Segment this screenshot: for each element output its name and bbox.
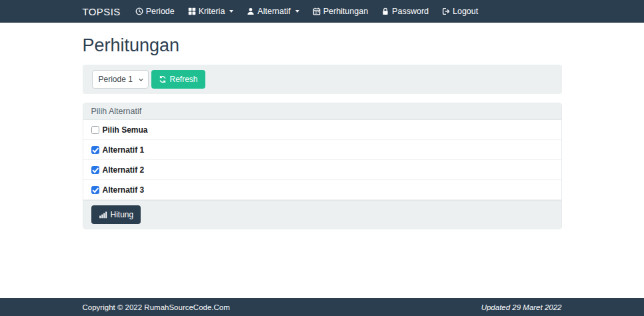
row-alternatif-3[interactable]: Alternatif 3: [83, 180, 561, 200]
alternatif-1-checkbox[interactable]: [91, 146, 99, 154]
alternatif-2-checkbox[interactable]: [91, 166, 99, 174]
clock-icon: [135, 7, 143, 15]
periode-select-wrap: Periode 1: [92, 70, 149, 89]
footer-container: Copyright © 2022 RumahSourceCode.Com Upd…: [83, 303, 562, 311]
caret-down-icon: [295, 10, 299, 13]
hitung-label: Hitung: [111, 210, 134, 219]
copyright-text: Copyright © 2022 RumahSourceCode.Com: [83, 303, 230, 311]
pilih-alternatif-panel: Pilih Alternatif Pilih Semua Alternatif …: [83, 103, 562, 229]
navbar-container: TOPSIS Periode Kriteria Alternatif Perhi…: [83, 0, 562, 23]
nav-item-password[interactable]: Password: [375, 0, 435, 23]
main-content: Perhitungan Periode 1 Refresh Pilih Alte…: [83, 35, 562, 229]
alternatif-3-checkbox[interactable]: [91, 186, 99, 194]
periode-select[interactable]: Periode 1: [92, 70, 149, 89]
refresh-icon: [159, 75, 167, 83]
panel-footer: Hitung: [83, 200, 561, 229]
navbar: TOPSIS Periode Kriteria Alternatif Perhi…: [0, 0, 644, 23]
nav-item-label: Logout: [453, 7, 478, 16]
calendar-icon: [313, 7, 321, 15]
row-alternatif-2[interactable]: Alternatif 2: [83, 160, 561, 180]
updated-text: Updated 29 Maret 2022: [481, 303, 562, 311]
grid-icon: [188, 7, 196, 15]
nav-item-label: Alternatif: [257, 7, 290, 16]
panel-heading-label: Pilih Alternatif: [91, 107, 142, 116]
panel-heading: Pilih Alternatif: [83, 103, 561, 120]
periode-filter-panel: Periode 1 Refresh: [83, 65, 562, 94]
row-pilih-semua[interactable]: Pilih Semua: [83, 120, 561, 140]
logout-icon: [442, 7, 450, 15]
bar-chart-icon: [99, 211, 107, 219]
checkbox-label: Alternatif 3: [103, 185, 145, 195]
hitung-button[interactable]: Hitung: [91, 205, 141, 224]
nav-item-kriteria[interactable]: Kriteria: [181, 0, 241, 23]
nav-item-label: Periode: [146, 7, 175, 16]
checkbox-label: Pilih Semua: [103, 125, 148, 135]
pilih-semua-checkbox[interactable]: [91, 126, 99, 134]
page-title: Perhitungan: [83, 35, 562, 56]
caret-down-icon: [229, 10, 233, 13]
refresh-label: Refresh: [170, 75, 198, 84]
nav-item-alternatif[interactable]: Alternatif: [240, 0, 305, 23]
checkbox-label: Alternatif 1: [103, 145, 145, 155]
nav-item-logout[interactable]: Logout: [435, 0, 485, 23]
brand-topsis[interactable]: TOPSIS: [83, 6, 121, 17]
footer: Copyright © 2022 RumahSourceCode.Com Upd…: [0, 298, 644, 316]
checkbox-label: Alternatif 2: [103, 165, 145, 175]
nav-item-label: Password: [392, 7, 429, 16]
user-icon: [247, 7, 255, 15]
nav-item-label: Kriteria: [199, 7, 225, 16]
refresh-button[interactable]: Refresh: [151, 70, 205, 89]
nav-item-perhitungan[interactable]: Perhitungan: [306, 0, 375, 23]
nav-item-label: Perhitungan: [323, 7, 368, 16]
lock-icon: [381, 7, 389, 15]
row-alternatif-1[interactable]: Alternatif 1: [83, 140, 561, 160]
nav-item-periode[interactable]: Periode: [129, 0, 181, 23]
